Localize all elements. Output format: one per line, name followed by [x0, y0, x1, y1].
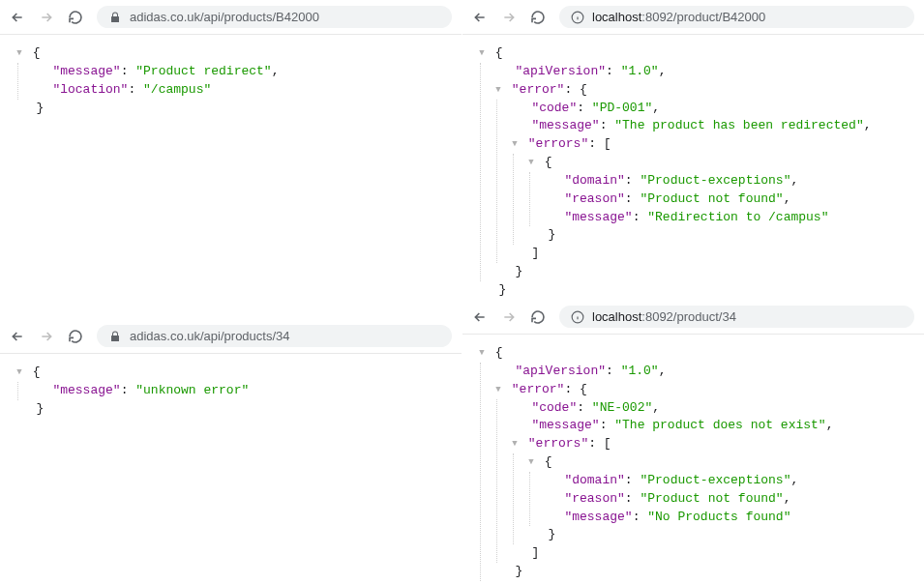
address-text: adidas.co.uk/api/products/34	[130, 329, 290, 343]
back-icon[interactable]	[10, 10, 25, 25]
chevron-down-icon[interactable]: ▼	[492, 384, 504, 396]
chevron-down-icon[interactable]: ▼	[525, 157, 537, 169]
forward-icon[interactable]	[39, 10, 54, 25]
json-viewer: ▼ { "apiVersion": "1.0", ▼ "error": { "c…	[462, 35, 924, 309]
reload-icon[interactable]	[530, 10, 546, 25]
browser-pane: adidas.co.uk/api/products/B42000 ▼ { "me…	[0, 0, 462, 290]
browser-toolbar: adidas.co.uk/api/products/34	[0, 319, 462, 354]
address-text: localhost:8092/product/34	[592, 309, 736, 324]
address-text: adidas.co.uk/api/products/B42000	[130, 10, 319, 24]
browser-pane: localhost:8092/product/34 ▼ { "apiVersio…	[462, 300, 924, 580]
address-bar[interactable]: adidas.co.uk/api/products/34	[97, 325, 452, 347]
address-bar[interactable]: localhost:8092/product/B42000	[559, 6, 914, 28]
chevron-down-icon[interactable]: ▼	[492, 84, 504, 97]
chevron-down-icon[interactable]: ▼	[476, 347, 488, 360]
address-text: localhost:8092/product/B42000	[592, 10, 765, 24]
back-icon[interactable]	[10, 329, 25, 344]
address-bar[interactable]: adidas.co.uk/api/products/B42000	[97, 6, 452, 28]
json-viewer: ▼ { "message": "unknown error" }	[0, 354, 462, 428]
info-icon	[571, 11, 584, 24]
forward-icon[interactable]	[39, 329, 54, 344]
browser-toolbar: localhost:8092/product/B42000	[462, 0, 924, 35]
reload-icon[interactable]	[530, 309, 546, 325]
back-icon[interactable]	[472, 309, 488, 325]
json-viewer: ▼ { "message": "Product redirect", "loca…	[0, 35, 462, 127]
reload-icon[interactable]	[68, 329, 83, 344]
chevron-down-icon[interactable]: ▼	[14, 366, 25, 379]
forward-icon[interactable]	[501, 10, 517, 25]
browser-pane: adidas.co.uk/api/products/34 ▼ { "messag…	[0, 319, 462, 580]
chevron-down-icon[interactable]: ▼	[525, 456, 537, 469]
browser-pane: localhost:8092/product/B42000 ▼ { "apiVe…	[462, 0, 924, 300]
lock-icon	[108, 11, 122, 24]
lock-icon	[108, 330, 122, 343]
reload-icon[interactable]	[68, 10, 83, 25]
info-icon	[571, 310, 584, 324]
browser-toolbar: localhost:8092/product/34	[462, 300, 924, 335]
chevron-down-icon[interactable]: ▼	[509, 138, 521, 151]
json-viewer: ▼ { "apiVersion": "1.0", ▼ "error": { "c…	[462, 335, 924, 584]
chevron-down-icon[interactable]: ▼	[509, 438, 521, 451]
browser-toolbar: adidas.co.uk/api/products/B42000	[0, 0, 462, 35]
back-icon[interactable]	[472, 10, 488, 25]
chevron-down-icon[interactable]: ▼	[476, 47, 488, 60]
chevron-down-icon[interactable]: ▼	[14, 47, 25, 60]
address-bar[interactable]: localhost:8092/product/34	[559, 306, 914, 328]
forward-icon[interactable]	[501, 309, 517, 325]
